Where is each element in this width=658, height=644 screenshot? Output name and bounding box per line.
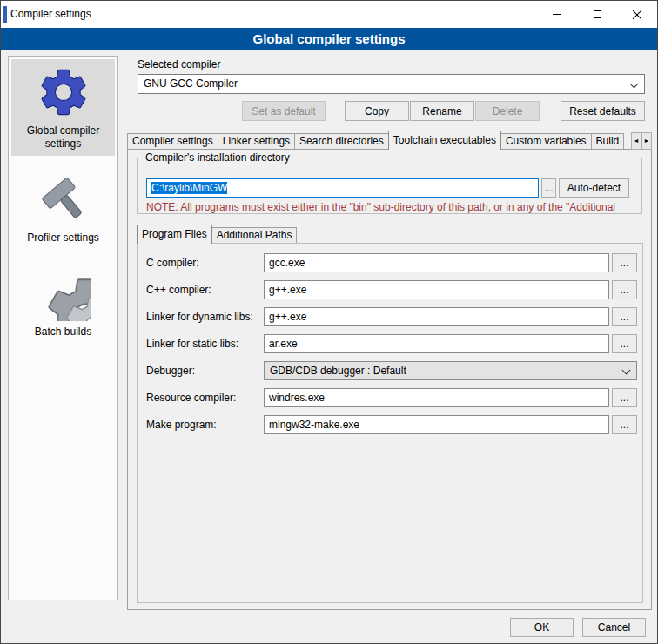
static-linker-value: ar.exe	[269, 338, 298, 350]
tab-program-files[interactable]: Program Files	[137, 225, 212, 244]
window-title: Compiler settings	[10, 1, 91, 28]
dynamic-linker-value: g++.exe	[269, 311, 306, 323]
rename-button[interactable]: Rename	[410, 101, 474, 121]
tab-scroll-right-icon[interactable]: ►	[641, 132, 652, 150]
static-linker-input[interactable]: ar.exe	[264, 334, 609, 353]
sidebar-item-label: Batch builds	[35, 325, 91, 339]
sidebar-item-profiler-settings[interactable]: Profiler settings	[11, 166, 115, 250]
toolchain-executables-panel: Compiler's installation directory C:\ray…	[127, 149, 652, 610]
set-as-default-button: Set as default	[242, 101, 326, 121]
reset-defaults-button[interactable]: Reset defaults	[561, 101, 645, 121]
settings-category-sidebar: Global compiler settings Profiler settin…	[8, 56, 118, 600]
resource-compiler-input[interactable]: windres.exe	[264, 388, 609, 407]
page-title: Global compiler settings	[1, 28, 657, 50]
delete-button: Delete	[475, 101, 540, 121]
copy-button[interactable]: Copy	[345, 101, 409, 121]
cpp-compiler-label: C++ compiler:	[146, 284, 212, 296]
app-icon	[3, 6, 7, 23]
debugger-label: Debugger:	[146, 365, 195, 377]
ok-button[interactable]: OK	[510, 618, 574, 637]
static-linker-label: Linker for static libs:	[146, 338, 238, 350]
tab-additional-paths[interactable]: Additional Paths	[212, 227, 298, 243]
sidebar-item-label: Profiler settings	[27, 231, 99, 245]
selected-compiler-label: Selected compiler	[138, 58, 220, 70]
compiler-settings-window: Compiler settings Global compiler settin…	[0, 0, 658, 644]
dynamic-linker-input[interactable]: g++.exe	[264, 307, 609, 326]
make-program-input[interactable]: mingw32-make.exe	[264, 415, 609, 434]
debugger-dropdown[interactable]: GDB/CDB debugger : Default	[264, 361, 637, 380]
minimize-button[interactable]	[537, 1, 577, 28]
chevron-down-icon	[622, 366, 631, 375]
chevron-down-icon	[630, 80, 639, 89]
tab-scroll-left-icon[interactable]: ◄	[631, 132, 641, 150]
c-compiler-label: C compiler:	[146, 257, 199, 269]
make-program-value: mingw32-make.exe	[269, 419, 359, 431]
resource-compiler-value: windres.exe	[269, 392, 325, 404]
cpp-compiler-value: g++.exe	[269, 284, 306, 296]
installation-directory-group-label: Compiler's installation directory	[143, 151, 292, 164]
c-compiler-browse-button[interactable]: ...	[612, 253, 637, 272]
debugger-value: GDB/CDB debugger : Default	[270, 365, 406, 377]
make-program-browse-button[interactable]: ...	[612, 415, 637, 434]
bin-subdirectory-note: NOTE: All programs must exist either in …	[146, 201, 634, 213]
sidebar-item-batch-builds[interactable]: Batch builds	[11, 260, 115, 344]
dynamic-linker-label: Linker for dynamic libs:	[146, 311, 253, 323]
tab-toolchain-executables[interactable]: Toolchain executables	[388, 131, 501, 150]
maximize-icon	[594, 10, 601, 18]
make-program-label: Make program:	[146, 419, 217, 431]
program-files-tab-bar: Program Files Additional Paths	[137, 225, 485, 244]
selected-compiler-dropdown[interactable]: GNU GCC Compiler	[138, 74, 645, 94]
tab-compiler-settings[interactable]: Compiler settings	[127, 133, 218, 149]
blue-gear-icon	[36, 64, 91, 120]
browse-directory-button[interactable]: ...	[541, 178, 556, 198]
resource-compiler-browse-button[interactable]: ...	[612, 388, 637, 407]
close-button[interactable]	[617, 1, 657, 28]
sidebar-item-label: Global compiler settings	[13, 124, 113, 151]
program-files-panel: C compiler: gcc.exe ... C++ compiler: g+…	[137, 243, 643, 603]
tab-linker-settings[interactable]: Linker settings	[218, 133, 295, 149]
cpp-compiler-input[interactable]: g++.exe	[264, 280, 609, 299]
cpp-compiler-browse-button[interactable]: ...	[612, 280, 637, 299]
maximize-button[interactable]	[577, 1, 617, 28]
installation-directory-selected-text: C:\raylib\MinGW	[151, 182, 227, 194]
c-compiler-value: gcc.exe	[269, 257, 305, 269]
cancel-button[interactable]: Cancel	[582, 618, 646, 637]
minimize-icon	[553, 14, 561, 15]
titlebar[interactable]: Compiler settings	[1, 1, 657, 28]
sidebar-item-global-compiler-settings[interactable]: Global compiler settings	[11, 59, 115, 156]
close-icon	[632, 10, 642, 20]
tab-build-options[interactable]: Build	[591, 133, 625, 149]
profiler-hammer-icon	[36, 171, 91, 227]
static-linker-browse-button[interactable]: ...	[612, 334, 637, 353]
auto-detect-button[interactable]: Auto-detect	[559, 178, 629, 198]
selected-compiler-value: GNU GCC Compiler	[144, 77, 238, 90]
resource-compiler-label: Resource compiler:	[146, 392, 236, 404]
main-tab-bar: Compiler settings Linker settings Search…	[127, 131, 631, 150]
gray-gears-icon	[36, 265, 91, 321]
c-compiler-input[interactable]: gcc.exe	[264, 253, 609, 272]
dynamic-linker-browse-button[interactable]: ...	[612, 307, 637, 326]
tab-custom-variables[interactable]: Custom variables	[500, 133, 592, 149]
installation-directory-input[interactable]: C:\raylib\MinGW	[146, 178, 539, 198]
tab-search-directories[interactable]: Search directories	[294, 133, 389, 149]
